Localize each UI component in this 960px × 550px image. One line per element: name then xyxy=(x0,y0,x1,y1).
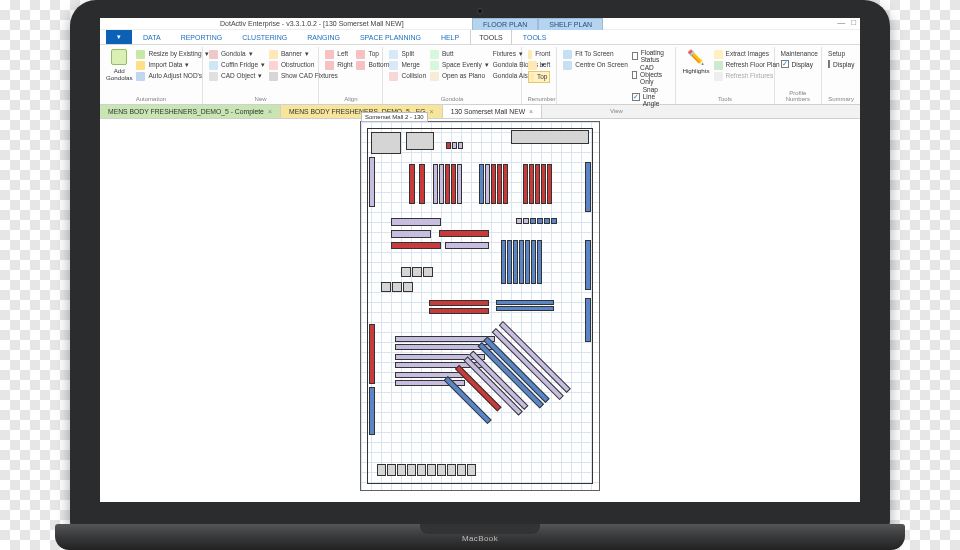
renumber-front-icon xyxy=(528,50,533,59)
fixture-row[interactable] xyxy=(496,300,554,311)
summary-display-checkbox[interactable]: Display xyxy=(828,60,854,68)
minimize-button[interactable]: — xyxy=(837,18,845,27)
open-as-plano-icon xyxy=(430,72,439,81)
split-button[interactable]: Split xyxy=(389,49,426,59)
merge-button[interactable]: Merge xyxy=(389,60,426,70)
coffin-fridge-button[interactable]: Coffin Fridge ▾ xyxy=(209,60,265,70)
snap-line-angle-checkbox[interactable]: ✓Snap Line Angle xyxy=(632,86,670,107)
fixture[interactable] xyxy=(429,308,489,314)
checkout-row[interactable] xyxy=(377,464,476,476)
laptop-lid: DotActiv Enterprise - v3.3.1.0.2 - [130 … xyxy=(70,0,890,530)
align-left-button[interactable]: Left xyxy=(325,49,352,59)
diagonal-aisle[interactable] xyxy=(481,330,591,440)
ribbon-tab-reporting[interactable]: REPORTING xyxy=(172,29,232,44)
summary-setup-button[interactable]: Setup xyxy=(828,49,854,59)
auto-adjust-nods-button[interactable]: Auto Adjust NOD's xyxy=(136,71,208,81)
fixture[interactable] xyxy=(585,162,591,212)
close-icon[interactable]: × xyxy=(529,108,533,115)
fixture-row[interactable] xyxy=(446,142,463,149)
fixture[interactable] xyxy=(369,157,375,207)
floating-status-checkbox[interactable]: Floating Status xyxy=(632,49,670,63)
doc-tab-1[interactable]: MENS BODY FRESHENERS_DEMO_5 - Complete× xyxy=(100,105,281,118)
import-data-button[interactable]: Import Data ▾ xyxy=(136,60,208,70)
gondola-button[interactable]: Gondola ▾ xyxy=(209,49,265,59)
floor-plan-canvas[interactable]: Somerset Mall 2 - 130 xyxy=(100,119,860,502)
fixture[interactable] xyxy=(511,130,589,144)
profile-display-checkbox[interactable]: ✓Display xyxy=(781,60,816,68)
highlights-button[interactable]: ✏️ Highlights xyxy=(682,49,709,81)
fixture[interactable] xyxy=(406,132,434,150)
obstruction-icon xyxy=(269,61,278,70)
fixture[interactable] xyxy=(395,336,495,342)
ribbon-tab-tools-2[interactable]: TOOLS xyxy=(514,29,556,44)
butt-button[interactable]: Butt xyxy=(430,49,489,59)
ribbon-tab-data[interactable]: DATA xyxy=(134,29,170,44)
extract-images-button[interactable]: Extract Images xyxy=(714,49,780,59)
laptop-base: MacBook xyxy=(55,524,905,550)
close-icon[interactable]: × xyxy=(268,108,272,115)
renumber-top-button[interactable]: Top xyxy=(528,71,551,83)
context-tab-shelf-plan[interactable]: SHELF PLAN xyxy=(538,18,603,30)
show-cad-fixtures-icon xyxy=(269,72,278,81)
ribbon-tab-tools-1[interactable]: TOOLS xyxy=(470,29,512,44)
close-icon[interactable]: × xyxy=(430,108,434,115)
ribbon-tab-ranging[interactable]: RANGING xyxy=(298,29,349,44)
merge-icon xyxy=(389,61,398,70)
refresh-floor-plan-button[interactable]: Refresh Floor Plan xyxy=(714,60,780,70)
profile-maintenance-button[interactable]: Maintenance xyxy=(781,49,816,59)
fixture[interactable] xyxy=(369,387,375,435)
refresh-fixtures-button[interactable]: Refresh Fixtures xyxy=(714,71,780,81)
fixture[interactable] xyxy=(585,240,591,290)
fixture[interactable] xyxy=(369,324,375,384)
fixture-row[interactable] xyxy=(479,164,508,204)
fixture-row[interactable] xyxy=(401,267,433,277)
fixture[interactable] xyxy=(419,164,425,204)
ribbon-group-align: Left Right Top Bottom Align xyxy=(319,47,383,104)
fixture[interactable] xyxy=(391,230,431,238)
renumber-top-icon xyxy=(531,73,534,82)
ribbon-group-renumber: Front Left Top Renumber xyxy=(522,47,558,104)
cad-object-button[interactable]: CAD Object ▾ xyxy=(209,71,265,81)
fixture-row[interactable] xyxy=(381,282,413,292)
ribbon-tab-help[interactable]: HELP xyxy=(432,29,468,44)
fixture[interactable] xyxy=(371,132,401,154)
collision-button[interactable]: Collision xyxy=(389,71,426,81)
window-controls: — □ xyxy=(837,18,856,27)
ribbon-tab-file[interactable]: ▾ xyxy=(106,28,132,44)
fixture-row[interactable] xyxy=(433,164,462,204)
title-bar: DotActiv Enterprise - v3.3.1.0.2 - [130 … xyxy=(100,18,860,30)
contextual-tabset: FLOOR PLAN SHELF PLAN xyxy=(472,18,603,30)
space-evenly-button[interactable]: Space Evenly ▾ xyxy=(430,60,489,70)
fixture[interactable] xyxy=(391,242,441,249)
renumber-left-button[interactable]: Left xyxy=(528,60,551,70)
document-tab-strip: MENS BODY FRESHENERS_DEMO_5 - Complete× … xyxy=(100,105,860,119)
fixture-row[interactable] xyxy=(501,240,542,284)
add-gondolas-button[interactable]: Add Gondolas xyxy=(106,49,132,81)
fixture[interactable] xyxy=(445,242,489,249)
ribbon-tab-space-planning[interactable]: SPACE PLANNING xyxy=(351,29,430,44)
fixture-row[interactable] xyxy=(523,164,552,204)
centre-on-screen-button[interactable]: Centre On Screen xyxy=(563,60,627,70)
checkbox-icon xyxy=(828,60,830,68)
maximize-button[interactable]: □ xyxy=(851,18,856,27)
resize-by-existing-button[interactable]: Resize by Existing ▾ xyxy=(136,49,208,59)
fixture[interactable] xyxy=(429,300,489,306)
fixture-row[interactable] xyxy=(516,218,557,224)
open-as-plano-button[interactable]: Open as Plano xyxy=(430,71,489,81)
collision-icon xyxy=(389,72,398,81)
ribbon-tab-clustering[interactable]: CLUSTERING xyxy=(233,29,296,44)
fixture[interactable] xyxy=(409,164,415,204)
floor-plan-sheet[interactable]: Somerset Mall 2 - 130 xyxy=(360,121,600,491)
fixture[interactable] xyxy=(439,230,489,237)
app-window: DotActiv Enterprise - v3.3.1.0.2 - [130 … xyxy=(100,18,860,502)
doc-tab-3[interactable]: 130 Somerset Mall NEW× xyxy=(443,105,543,118)
align-right-button[interactable]: Right xyxy=(325,60,352,70)
cad-objects-only-checkbox[interactable]: CAD Objects Only xyxy=(632,64,670,85)
renumber-front-button[interactable]: Front xyxy=(528,49,551,59)
extract-images-icon xyxy=(714,50,723,59)
fixture[interactable] xyxy=(391,218,441,226)
context-tab-floor-plan[interactable]: FLOOR PLAN xyxy=(472,18,538,30)
camera-dot-icon xyxy=(477,8,483,14)
fit-to-screen-button[interactable]: Fit To Screen xyxy=(563,49,627,59)
window-title: DotActiv Enterprise - v3.3.1.0.2 - [130 … xyxy=(220,20,404,27)
